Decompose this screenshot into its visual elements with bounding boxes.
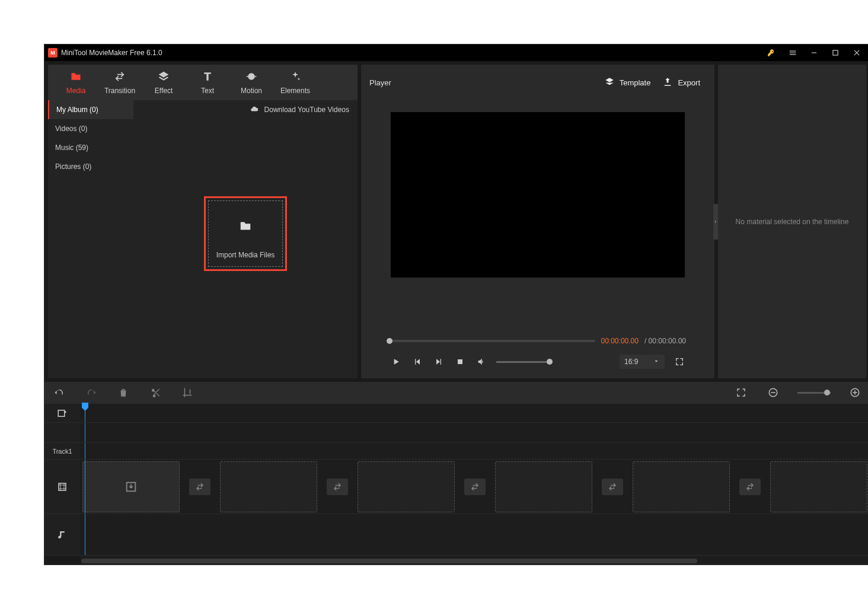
video-preview[interactable]: [391, 112, 685, 278]
next-frame-button[interactable]: [432, 355, 445, 368]
app-logo-icon: M: [48, 48, 58, 58]
zoom-slider[interactable]: [797, 392, 831, 394]
export-icon: [662, 76, 673, 89]
stop-button[interactable]: [454, 355, 467, 368]
download-youtube-button[interactable]: Download YouTube Videos: [133, 100, 358, 119]
playhead[interactable]: [85, 404, 85, 422]
elements-icon: [289, 71, 301, 84]
add-track-button[interactable]: [44, 404, 80, 422]
tab-media[interactable]: Media: [54, 65, 98, 100]
app-window: M MiniTool MovieMaker Free 6.1.0 Media T…: [44, 44, 868, 565]
transition-slot[interactable]: [739, 479, 761, 495]
audio-track-icon: [44, 514, 80, 555]
aspect-ratio-select[interactable]: 16:9: [620, 355, 665, 369]
tab-elements-label: Elements: [280, 87, 310, 95]
tab-transition-label: Transition: [104, 87, 135, 95]
tab-text[interactable]: Text: [186, 65, 229, 100]
player-panel: Player Template Export 00:00:00.00 / 00:…: [361, 65, 714, 378]
properties-empty-message: No material selected on the timeline: [718, 218, 866, 226]
close-button[interactable]: [847, 45, 866, 60]
crop-button[interactable]: [180, 385, 195, 400]
clip-slot[interactable]: [82, 461, 180, 512]
sidebar-item-pictures[interactable]: Pictures (0): [48, 157, 133, 176]
export-button[interactable]: Export: [656, 76, 706, 89]
delete-button[interactable]: [116, 385, 131, 400]
template-label: Template: [620, 78, 651, 87]
split-button[interactable]: [148, 385, 163, 400]
swap-icon: [195, 482, 205, 492]
volume-button[interactable]: [475, 355, 488, 368]
library-panel: Media Transition Effect Text Motion: [48, 65, 358, 378]
sidebar-item-label: Pictures (0): [55, 162, 91, 171]
prev-frame-button[interactable]: [411, 355, 424, 368]
cloud-download-icon: [249, 105, 260, 115]
import-media-button[interactable]: Import Media Files: [204, 196, 287, 271]
sidebar-item-label: Music (59): [55, 144, 88, 152]
zoom-out-button[interactable]: [765, 385, 781, 400]
export-label: Export: [678, 78, 700, 87]
volume-thumb[interactable]: [547, 359, 553, 365]
hamburger-menu-button[interactable]: [783, 45, 802, 60]
sidebar-item-videos[interactable]: Videos (0): [48, 119, 133, 138]
clip-slot[interactable]: [495, 461, 592, 512]
undo-button[interactable]: [52, 385, 67, 400]
transition-slot[interactable]: [464, 479, 486, 495]
swap-icon: [745, 482, 755, 492]
sidebar-item-label: My Album (0): [56, 106, 98, 114]
volume-slider[interactable]: [496, 361, 550, 363]
motion-icon: [245, 71, 257, 84]
activate-key-button[interactable]: [762, 45, 781, 60]
transition-slot[interactable]: [327, 479, 348, 495]
sidebar-item-music[interactable]: Music (59): [48, 138, 133, 157]
timeline-scrollbar[interactable]: [80, 559, 868, 563]
import-media-label: Import Media Files: [216, 251, 275, 259]
timeline: Track1: [44, 403, 868, 565]
template-button[interactable]: Template: [598, 76, 657, 89]
template-icon: [604, 76, 615, 89]
tab-effect[interactable]: Effect: [142, 65, 186, 100]
sidebar-item-my-album[interactable]: My Album (0): [48, 100, 133, 119]
fit-timeline-button[interactable]: [733, 385, 749, 400]
fullscreen-button[interactable]: [673, 355, 686, 368]
clip-slot[interactable]: [358, 461, 455, 512]
properties-panel: No material selected on the timeline: [718, 65, 866, 378]
expand-properties-button[interactable]: [713, 204, 718, 240]
zoom-thumb[interactable]: [824, 390, 830, 396]
tab-media-label: Media: [66, 87, 86, 95]
maximize-button[interactable]: [826, 45, 845, 60]
transition-slot[interactable]: [189, 479, 210, 495]
minimize-button[interactable]: [805, 45, 824, 60]
clip-slot[interactable]: [220, 461, 317, 512]
tab-elements[interactable]: Elements: [273, 65, 317, 100]
chevron-down-icon: [653, 358, 660, 366]
seek-slider[interactable]: [390, 340, 595, 342]
tab-transition[interactable]: Transition: [98, 65, 142, 100]
transition-slot[interactable]: [602, 479, 623, 495]
titlebar: M MiniTool MovieMaker Free 6.1.0: [44, 44, 868, 61]
text-icon: [202, 71, 213, 84]
video-track-icon: [44, 460, 80, 514]
video-track[interactable]: [80, 460, 868, 514]
folder-icon: [70, 71, 82, 84]
zoom-in-button[interactable]: [847, 385, 863, 400]
transition-icon: [114, 71, 126, 84]
play-button[interactable]: [390, 355, 403, 368]
timeline-ruler[interactable]: [80, 404, 868, 422]
swap-icon: [470, 482, 480, 492]
track-label: Track1: [44, 443, 80, 459]
clip-slot[interactable]: [770, 461, 867, 512]
duration-time: / 00:00:00.00: [644, 337, 686, 345]
download-youtube-label: Download YouTube Videos: [264, 106, 349, 114]
tab-motion[interactable]: Motion: [229, 65, 273, 100]
effect-icon: [158, 71, 170, 84]
audio-track[interactable]: [80, 514, 868, 555]
redo-button[interactable]: [84, 385, 99, 400]
tab-effect-label: Effect: [155, 87, 173, 95]
swap-icon: [608, 482, 617, 492]
seek-thumb[interactable]: [387, 338, 392, 344]
player-header-label: Player: [369, 78, 391, 87]
folder-icon: [238, 219, 253, 234]
scrollbar-thumb[interactable]: [81, 559, 697, 563]
current-time: 00:00:00.00: [601, 337, 639, 345]
clip-slot[interactable]: [633, 461, 730, 512]
